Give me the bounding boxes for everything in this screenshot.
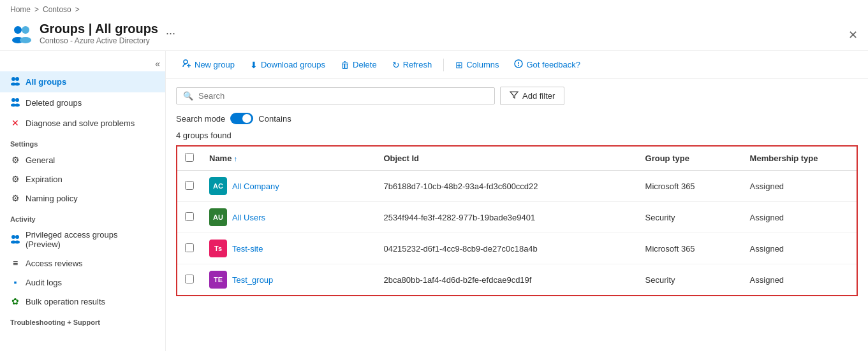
sidebar-item-all-groups[interactable]: All groups	[0, 71, 165, 92]
sidebar-item-label: Audit logs	[26, 278, 62, 287]
results-count: 4 groups found	[166, 128, 868, 145]
row-grouptype-cell: Microsoft 365	[638, 171, 742, 202]
refresh-button[interactable]: ↻ Refresh	[386, 57, 439, 73]
row-checkbox-cell[interactable]	[177, 171, 202, 202]
table-container: Name ↑ Object Id Group type	[166, 145, 868, 306]
table-row: Ts Test-site 04215232-d6f1-4cc9-8cb9-de2…	[177, 233, 857, 264]
breadcrumb: Home > Contoso >	[0, 0, 868, 19]
row-membership-cell: Assigned	[742, 233, 857, 264]
columns-label: Columns	[466, 60, 499, 69]
sidebar-section-activity: Activity	[0, 208, 165, 226]
sidebar-item-general[interactable]: ⚙ General	[0, 150, 165, 169]
row-checkbox[interactable]	[185, 275, 194, 283]
search-row: 🔍 Add filter	[176, 87, 858, 105]
sidebar-item-label: Access reviews	[26, 259, 83, 268]
svg-point-16	[184, 60, 188, 64]
group-name-link[interactable]: Test-site	[232, 244, 263, 254]
group-avatar: Ts	[209, 240, 227, 257]
grouptype-column-header[interactable]: Group type	[638, 146, 742, 171]
results-count-text: 4 groups found	[176, 131, 232, 140]
all-groups-icon	[10, 76, 20, 88]
row-name-cell: Ts Test-site	[202, 233, 376, 264]
sidebar-item-label: Expiration	[26, 175, 63, 184]
row-grouptype-cell: Microsoft 365	[638, 233, 742, 264]
naming-policy-icon: ⚙	[10, 193, 20, 203]
row-name-cell: AU All Users	[202, 202, 376, 233]
add-filter-button[interactable]: Add filter	[500, 87, 564, 105]
sidebar-item-privileged-access[interactable]: Privileged access groups (Preview)	[0, 226, 165, 254]
row-checkbox[interactable]	[185, 212, 194, 221]
filter-icon	[510, 90, 519, 101]
svg-point-12	[11, 235, 15, 239]
group-name-link[interactable]: Test_group	[232, 275, 273, 285]
name-column-header[interactable]: Name ↑	[202, 146, 376, 171]
columns-icon: ⊞	[455, 60, 463, 70]
sidebar-item-label: Privileged access groups (Preview)	[26, 230, 155, 249]
sidebar-item-expiration[interactable]: ⚙ Expiration	[0, 169, 165, 189]
row-checkbox[interactable]	[185, 243, 194, 252]
delete-icon: 🗑	[341, 60, 349, 70]
toggle-switch[interactable]	[230, 113, 253, 124]
refresh-label: Refresh	[403, 60, 432, 69]
sidebar-item-deleted-groups[interactable]: Deleted groups	[0, 92, 165, 113]
table-row: AC All Company 7b6188d7-10cb-48b2-93a4-f…	[177, 171, 857, 202]
delete-button[interactable]: 🗑 Delete	[334, 57, 383, 73]
diagnose-icon: ✕	[10, 118, 20, 128]
sidebar-item-naming-policy[interactable]: ⚙ Naming policy	[0, 189, 165, 208]
sidebar-item-diagnose[interactable]: ✕ Diagnose and solve problems	[0, 113, 165, 133]
svg-point-20	[518, 65, 519, 66]
toolbar-divider	[443, 59, 444, 71]
page-title-area: Groups | All groups Contoso - Azure Acti…	[40, 22, 158, 45]
search-area: 🔍 Add filter	[166, 79, 868, 109]
row-membership-cell: Assigned	[742, 202, 857, 233]
svg-point-3	[20, 37, 31, 43]
access-reviews-icon: ≡	[10, 258, 20, 268]
contains-label: Contains	[258, 114, 291, 124]
row-membership-cell: Assigned	[742, 264, 857, 296]
feedback-icon	[514, 59, 523, 70]
sidebar-collapse[interactable]: «	[0, 56, 165, 71]
collapse-sidebar-button[interactable]: «	[155, 59, 160, 69]
search-mode-toggle[interactable]	[230, 113, 253, 124]
membership-column-header[interactable]: Membership type	[742, 146, 857, 171]
sidebar-item-access-reviews[interactable]: ≡ Access reviews	[0, 254, 165, 273]
bulk-operations-icon: ✿	[10, 296, 20, 306]
svg-point-8	[11, 98, 15, 102]
search-input-wrap[interactable]: 🔍	[176, 87, 495, 104]
row-checkbox-cell[interactable]	[177, 202, 202, 233]
page-title: Groups | All groups	[40, 22, 158, 36]
breadcrumb-home[interactable]: Home	[10, 5, 31, 14]
row-checkbox-cell[interactable]	[177, 264, 202, 296]
svg-point-4	[11, 77, 15, 81]
objectid-column-header[interactable]: Object Id	[376, 146, 637, 171]
row-objectid-cell: 2534f944-fe3f-4282-977b-19bade3e9401	[376, 202, 637, 233]
svg-point-11	[15, 104, 20, 107]
breadcrumb-contoso[interactable]: Contoso	[43, 5, 71, 14]
group-name-link[interactable]: All Company	[232, 182, 279, 191]
table-row: AU All Users 2534f944-fe3f-4282-977b-19b…	[177, 202, 857, 233]
select-all-header[interactable]	[177, 146, 202, 171]
columns-button[interactable]: ⊞ Columns	[449, 57, 505, 73]
new-group-button[interactable]: New group	[176, 56, 241, 73]
close-button[interactable]: ✕	[848, 28, 858, 42]
search-input[interactable]	[198, 91, 488, 101]
new-group-icon	[182, 59, 191, 70]
sidebar-item-bulk-operations[interactable]: ✿ Bulk operation results	[0, 292, 165, 311]
header-ellipsis-btn[interactable]: ···	[166, 27, 175, 40]
sidebar-item-label: General	[26, 155, 55, 165]
row-checkbox-cell[interactable]	[177, 233, 202, 264]
sidebar-section-settings: Settings	[0, 133, 165, 150]
sidebar-item-audit-logs[interactable]: ▪ Audit logs	[0, 273, 165, 292]
feedback-button[interactable]: Got feedback?	[508, 56, 587, 73]
delete-label: Delete	[353, 60, 377, 69]
select-all-checkbox[interactable]	[185, 153, 194, 162]
group-name-link[interactable]: All Users	[232, 213, 265, 222]
breadcrumb-sep1: >	[34, 5, 39, 14]
general-icon: ⚙	[10, 155, 20, 165]
table-header-row: Name ↑ Object Id Group type	[177, 146, 857, 171]
download-groups-button[interactable]: ⬇ Download groups	[244, 57, 332, 73]
search-mode-row: Search mode Contains	[166, 109, 868, 128]
row-checkbox[interactable]	[185, 181, 194, 190]
add-filter-label: Add filter	[522, 91, 555, 101]
refresh-icon: ↻	[392, 60, 400, 70]
